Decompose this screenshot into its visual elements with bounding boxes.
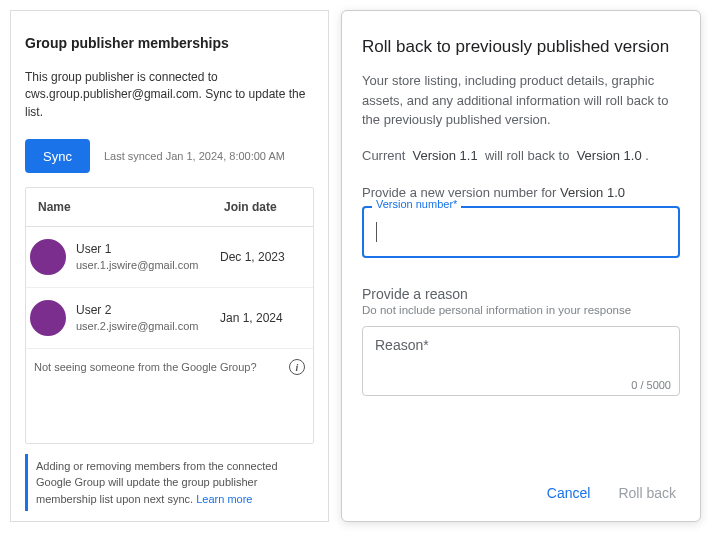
table-header: Name Join date [26,188,313,227]
cancel-button[interactable]: Cancel [543,479,595,507]
sync-info-note: Adding or removing members from the conn… [25,454,314,512]
not-seeing-hint: Not seeing someone from the Google Group… [26,349,313,385]
panel-description: This group publisher is connected to cws… [25,69,314,121]
text-caret [376,222,377,242]
dialog-title: Roll back to previously published versio… [362,37,680,57]
join-date: Jan 1, 2024 [220,311,283,325]
dialog-actions: Cancel Roll back [362,463,680,507]
current-version: Version 1.1 [413,148,478,163]
reason-subtitle: Do not include personal information in y… [362,304,680,316]
table-row: User 1 user.1.jswire@gmail.com Dec 1, 20… [26,227,313,288]
char-count: 0 / 5000 [631,379,671,391]
col-header-join: Join date [224,200,305,214]
members-table: Name Join date User 1 user.1.jswire@gmai… [25,187,314,443]
rollback-button[interactable]: Roll back [614,479,680,507]
group-publisher-panel: Group publisher memberships This group p… [10,10,329,522]
reason-title: Provide a reason [362,286,680,302]
reason-textarea[interactable]: Reason* 0 / 5000 [362,326,680,396]
user-name: User 1 [76,242,220,258]
rollback-dialog: Roll back to previously published versio… [341,10,701,522]
user-email: user.1.jswire@gmail.com [76,258,220,272]
user-name: User 2 [76,303,220,319]
rollback-summary: Current Version 1.1 will roll back to Ve… [362,148,680,163]
version-float-label: Version number* [372,198,461,210]
dialog-description: Your store listing, including product de… [362,71,680,130]
panel-title: Group publisher memberships [25,35,314,51]
user-email: user.2.jswire@gmail.com [76,319,220,333]
sync-button[interactable]: Sync [25,139,90,173]
table-row: User 2 user.2.jswire@gmail.com Jan 1, 20… [26,288,313,349]
avatar [30,300,66,336]
join-date: Dec 1, 2023 [220,250,285,264]
col-header-name: Name [34,200,224,214]
info-icon[interactable]: i [289,359,305,375]
reason-placeholder: Reason* [375,337,667,353]
version-number-field: Version number* [362,206,680,258]
avatar [30,239,66,275]
version-number-input[interactable] [362,206,680,258]
learn-more-link[interactable]: Learn more [196,493,252,505]
sync-row: Sync Last synced Jan 1, 2024, 8:00:00 AM [25,139,314,173]
target-version: Version 1.0 [577,148,642,163]
table-scroll[interactable]: User 1 user.1.jswire@gmail.com Dec 1, 20… [26,227,313,349]
last-synced-text: Last synced Jan 1, 2024, 8:00:00 AM [104,150,285,162]
